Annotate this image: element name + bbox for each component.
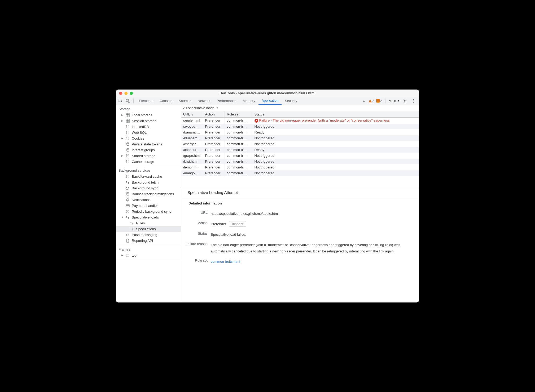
titlebar: DevTools - speculative-rules.glitch.me/c…: [116, 90, 419, 97]
frames-group-title: Frames: [116, 245, 181, 252]
db-icon: [125, 148, 130, 152]
tab-elements[interactable]: Elements: [136, 97, 156, 105]
target-dropdown[interactable]: Main ▼: [389, 99, 400, 103]
tab-performance[interactable]: Performance: [213, 97, 239, 105]
cookie-icon: [125, 136, 130, 140]
db-icon: [125, 159, 130, 164]
svg-rect-31: [126, 254, 129, 256]
table-row[interactable]: /cherry.h…Prerendercommon-fr…Not trigger…: [181, 141, 419, 147]
column-url[interactable]: URL▲: [181, 111, 203, 118]
svg-point-17: [126, 125, 129, 126]
sidebar-item-bounce-tracking-mitigations[interactable]: Bounce tracking mitigations: [116, 191, 181, 197]
tab-security[interactable]: Security: [282, 97, 300, 105]
chevron-down-icon: ▼: [397, 100, 400, 102]
table-row[interactable]: /coconut…Prerendercommon-fr…Ready: [181, 147, 419, 153]
sync-icon: [125, 186, 130, 190]
sidebar-item-local-storage[interactable]: ▶Local storage: [116, 112, 181, 118]
sidebar-item-cache-storage[interactable]: Cache storage: [116, 159, 181, 164]
svg-point-8: [413, 102, 414, 103]
cloud-icon: [125, 233, 130, 237]
sidebar-item-cookies[interactable]: ▶Cookies: [116, 135, 181, 141]
sidebar-item-label: IndexedDB: [132, 125, 149, 129]
sidebar-item-label: Bounce tracking mitigations: [132, 192, 174, 196]
storage-group-title: Storage: [116, 105, 181, 112]
sidebar-item-push-messaging[interactable]: Push messaging: [116, 232, 181, 238]
svg-point-27: [126, 192, 129, 193]
sidebar-item-notifications[interactable]: Notifications: [116, 197, 181, 203]
svg-point-25: [126, 160, 129, 161]
svg-rect-3: [370, 100, 370, 101]
sidebar-item-periodic-background-sync[interactable]: Periodic background sync: [116, 208, 181, 214]
table-row[interactable]: /grape.htmlPrerendercommon-fr…Not trigge…: [181, 153, 419, 158]
sidebar-item-label: top: [132, 253, 137, 257]
sidebar-item-interest-groups[interactable]: Interest groups: [116, 147, 181, 153]
svg-point-6: [413, 99, 414, 100]
sidebar-item-speculative-loads[interactable]: ▼Speculative loads: [116, 214, 181, 220]
sidebar-item-back-forward-cache[interactable]: Back/forward cache: [116, 173, 181, 179]
detail-status-value: Speculative load failed.: [211, 231, 412, 238]
sidebar-item-label: Reporting API: [132, 239, 153, 243]
more-icon[interactable]: [410, 98, 416, 104]
sidebar-item-label: Payment handler: [132, 204, 158, 208]
detail-section: Detailed information: [181, 198, 419, 207]
tab-memory[interactable]: Memory: [240, 97, 258, 105]
table-row[interactable]: /kiwi.htmlPrerendercommon-fr…Not trigger…: [181, 158, 419, 164]
sidebar-item-private-state-tokens[interactable]: Private state tokens: [116, 141, 181, 147]
exchange-icon: [130, 227, 134, 231]
sidebar-item-background-sync[interactable]: Background sync: [116, 185, 181, 191]
sidebar-item-rules[interactable]: Rules: [116, 220, 181, 226]
close-button[interactable]: [119, 92, 122, 95]
column-action[interactable]: Action: [203, 111, 225, 118]
exchange-icon: [130, 221, 134, 225]
traffic-lights: [119, 92, 133, 95]
table-row[interactable]: /avocad…Prerendercommon-fr…Not triggered: [181, 123, 419, 129]
frame-icon: [125, 253, 130, 257]
sidebar-item-payment-handler[interactable]: Payment handler: [116, 203, 181, 208]
sidebar-item-top[interactable]: ▶top: [116, 252, 181, 258]
detail-url-label: URL: [181, 211, 208, 215]
tab-console[interactable]: Console: [156, 97, 176, 105]
tab-application[interactable]: Application: [258, 97, 282, 105]
toolbar: ElementsConsoleSourcesNetworkPerformance…: [116, 97, 419, 105]
sidebar-item-label: Cache storage: [132, 160, 154, 164]
bg-group-title: Background services: [116, 166, 181, 173]
detail-action-value: Prerender Inspect: [211, 221, 412, 227]
expand-arrow: ▶: [121, 114, 123, 116]
device-toggle-icon[interactable]: [125, 98, 131, 104]
sidebar-item-label: Cookies: [132, 136, 144, 140]
exchange-icon: [125, 180, 130, 184]
settings-icon[interactable]: [402, 98, 408, 104]
sidebar-item-speculations[interactable]: Speculations: [116, 226, 181, 232]
sidebar-item-reporting-api[interactable]: Reporting API: [116, 238, 181, 243]
detail-ruleset-label: Rule set: [181, 259, 208, 262]
chevron-down-icon: ▼: [216, 107, 218, 109]
sidebar-item-shared-storage[interactable]: ▶Shared storage: [116, 153, 181, 159]
overflow-tabs-icon[interactable]: »: [361, 98, 367, 104]
detail-url-value: https://speculative-rules.glitch.me/appl…: [211, 211, 412, 217]
filter-bar[interactable]: All speculative loads ▼: [181, 105, 419, 111]
ruleset-link[interactable]: common-fruits.html: [211, 260, 240, 264]
minimize-button[interactable]: [124, 92, 128, 95]
table-row[interactable]: /lemon.h…Prerendercommon-fr…Not triggere…: [181, 164, 419, 170]
table-row[interactable]: /blueberr…Prerendercommon-fr…Not trigger…: [181, 135, 419, 141]
table-row[interactable]: /mango.…Prerendercommon-fr…Not triggered: [181, 170, 419, 176]
tab-sources[interactable]: Sources: [176, 97, 195, 105]
table-row[interactable]: /apple.htmlPrerendercommon-fr…✕Failure -…: [181, 118, 419, 124]
inspect-button[interactable]: Inspect: [229, 221, 246, 227]
clock-icon: [125, 209, 130, 213]
sidebar-item-indexeddb[interactable]: IndexedDB: [116, 124, 181, 130]
warnings-badge[interactable]: 2: [368, 99, 374, 103]
sidebar-item-session-storage[interactable]: ▶Session storage: [116, 118, 181, 124]
sidebar-item-label: Shared storage: [132, 154, 155, 158]
table-row[interactable]: /banana.…Prerendercommon-fr…Ready: [181, 129, 419, 135]
sidebar-item-background-fetch[interactable]: Background fetch: [116, 179, 181, 185]
column-rule-set[interactable]: Rule set: [225, 111, 252, 118]
db-icon: [125, 124, 130, 129]
inspect-element-icon[interactable]: [117, 98, 124, 104]
column-status[interactable]: Status: [252, 111, 419, 118]
issues-badge[interactable]: ! 2: [376, 99, 382, 103]
tab-network[interactable]: Network: [195, 97, 214, 105]
sidebar-item-web-sql[interactable]: Web SQL: [116, 130, 181, 135]
fullscreen-button[interactable]: [130, 92, 133, 95]
expand-arrow: ▶: [121, 254, 123, 257]
